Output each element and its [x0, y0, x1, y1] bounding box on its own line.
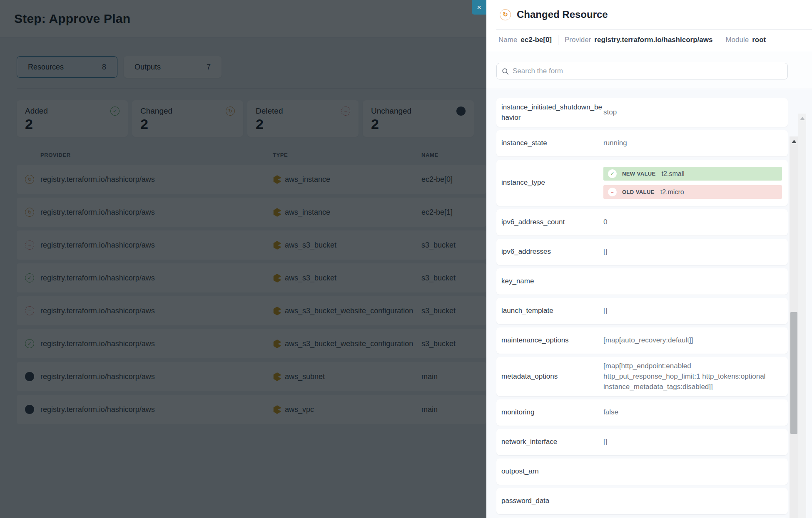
attribute-row: instance_type ✓ NEW VALUE t2.small − OLD…	[496, 160, 788, 206]
attribute-value: [map[auto_recovery:default]]	[603, 335, 782, 346]
attribute-value: [map[http_endpoint:enabled http_put_resp…	[603, 361, 782, 392]
meta-name-label: Name	[498, 36, 517, 44]
search-input[interactable]	[513, 67, 782, 75]
attribute-row: ipv6_address_count 0	[496, 209, 788, 235]
attribute-label: launch_template	[501, 306, 603, 316]
meta-module-label: Module	[725, 36, 749, 44]
attribute-value: []	[603, 306, 782, 316]
attribute-label: instance_type	[501, 178, 603, 188]
attribute-label: monitoring	[501, 407, 603, 418]
attribute-value: stop	[603, 107, 782, 118]
attribute-row: metadata_options [map[http_endpoint:enab…	[496, 357, 788, 396]
attribute-label: ipv6_address_count	[501, 217, 603, 228]
panel-scrollbar[interactable]	[798, 114, 806, 518]
attribute-value: false	[603, 407, 782, 418]
old-value-label: OLD VALUE	[622, 189, 655, 195]
old-value-badge: − OLD VALUE t2.micro	[603, 185, 782, 199]
approve-plan-screen: Step: Approve Plan Resources 8 Outputs 7…	[0, 0, 812, 518]
attribute-label: outpost_arn	[501, 466, 603, 477]
new-value-label: NEW VALUE	[622, 171, 656, 177]
search-area	[486, 51, 812, 89]
panel-body: instance_initiated_shutdown_behavior sto…	[486, 51, 812, 518]
meta-name-value: ec2-be[0]	[521, 36, 552, 44]
changed-resource-panel: ↻ Changed Resource Name ec2-be[0] Provid…	[486, 0, 812, 518]
panel-header: ↻ Changed Resource	[496, 0, 812, 30]
attribute-label: instance_state	[501, 138, 603, 149]
attribute-value: running	[603, 138, 782, 149]
attribute-label: metadata_options	[501, 372, 603, 382]
old-value: t2.micro	[660, 188, 684, 196]
scroll-up-arrow-icon[interactable]	[792, 140, 797, 143]
attribute-row: maintenance_options [map[auto_recovery:d…	[496, 327, 788, 354]
attribute-label: instance_initiated_shutdown_behavior	[501, 102, 603, 123]
attribute-value: []	[603, 247, 782, 257]
meta-divider	[719, 35, 719, 45]
meta-provider-label: Provider	[565, 36, 591, 44]
plan-page: Step: Approve Plan Resources 8 Outputs 7…	[0, 0, 486, 518]
attribute-row: password_data	[496, 488, 788, 514]
attribute-row: ipv6_addresses []	[496, 239, 788, 265]
attribute-row: outpost_arn	[496, 459, 788, 485]
attribute-label: key_name	[501, 276, 603, 287]
scroll-up-arrow-icon[interactable]	[800, 117, 805, 120]
attribute-row: key_name	[496, 268, 788, 295]
attribute-row: launch_template []	[496, 298, 788, 324]
attribute-label: password_data	[501, 496, 603, 506]
field-list: instance_initiated_shutdown_behavior sto…	[486, 89, 812, 518]
attribute-row: monitoring false	[496, 399, 788, 426]
attribute-value: []	[603, 437, 782, 447]
scrollbar-thumb[interactable]	[790, 312, 797, 434]
check-circle-icon: ✓	[608, 169, 617, 178]
attribute-label: network_interface	[501, 437, 603, 447]
panel-title: Changed Resource	[517, 9, 608, 20]
meta-module-value: root	[752, 36, 766, 44]
meta-provider-value: registry.terraform.io/hashicorp/aws	[594, 36, 712, 44]
new-value-badge: ✓ NEW VALUE t2.small	[603, 167, 782, 181]
resource-meta: Name ec2-be[0] Provider registry.terrafo…	[486, 30, 812, 50]
close-panel-button[interactable]: ×	[472, 0, 486, 15]
minus-circle-icon: −	[608, 188, 617, 196]
search-icon	[502, 68, 509, 75]
meta-divider	[558, 35, 558, 45]
list-scrollbar[interactable]	[790, 136, 798, 518]
attribute-value: 0	[603, 217, 782, 228]
attribute-row: instance_state running	[496, 130, 788, 156]
attribute-label: ipv6_addresses	[501, 247, 603, 257]
attribute-label: maintenance_options	[501, 335, 603, 346]
attribute-diff: ✓ NEW VALUE t2.small − OLD VALUE t2.micr…	[603, 164, 782, 202]
refresh-circle-icon: ↻	[500, 9, 511, 20]
attribute-row: network_interface []	[496, 429, 788, 455]
attribute-row: instance_initiated_shutdown_behavior sto…	[496, 98, 788, 127]
form-search[interactable]	[496, 63, 788, 79]
new-value: t2.small	[662, 170, 685, 178]
modal-dim-overlay	[0, 0, 486, 518]
